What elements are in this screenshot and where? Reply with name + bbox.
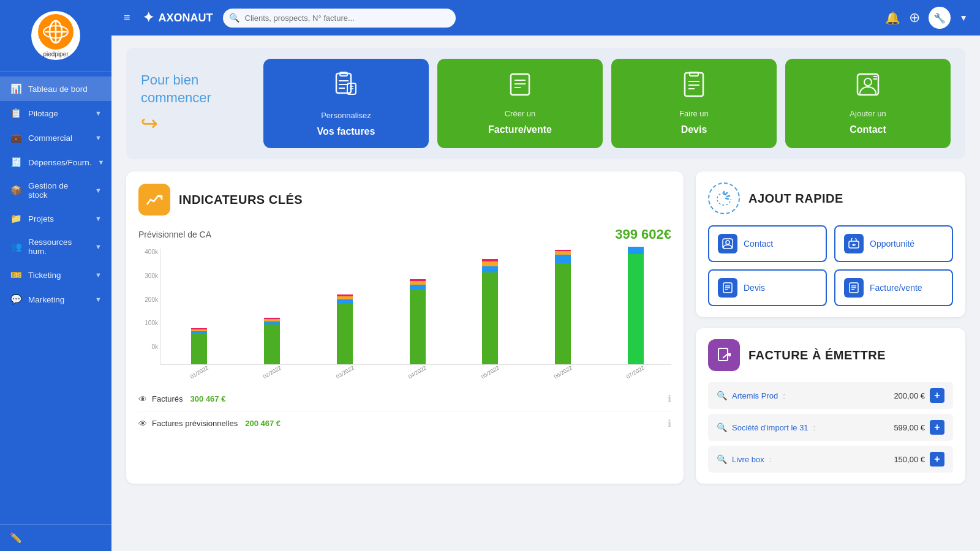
- sidebar-label-marketing: Marketing: [28, 295, 64, 304]
- quick-devis-icon: [718, 278, 737, 298]
- ca-value: 399 602€: [615, 227, 671, 242]
- notification-bell-icon[interactable]: 🔔: [885, 10, 900, 25]
- prev-label: Factures prévisionnelles: [152, 419, 238, 428]
- contact-title: Contact: [850, 124, 886, 135]
- facture-sep-artemis: :: [783, 391, 785, 400]
- sidebar-label-ressources: Ressources hum.: [28, 238, 89, 256]
- right-column: AJOUT RAPIDE Contact: [696, 171, 965, 484]
- quick-facture-label: Facture/vente: [870, 283, 922, 293]
- facture-amount-societe: 599,00 €: [894, 423, 925, 432]
- sidebar-arrow-gestion-stock: ▼: [95, 187, 102, 194]
- bar-stack-01: [191, 328, 207, 364]
- quick-btn-facture[interactable]: Facture/vente: [834, 269, 953, 306]
- bar-group-04: 04/2022: [384, 279, 451, 364]
- action-card-personnalisez[interactable]: Personnalisez Vos factures: [263, 59, 429, 148]
- sidebar-item-gestion-stock[interactable]: 📦Gestion de stock▼: [0, 174, 111, 206]
- sidebar-icon-commercial: 💼: [10, 132, 22, 143]
- facture-emettre-title: FACTURE À ÉMETTRE: [748, 348, 886, 362]
- sidebar-arrow-commercial: ▼: [95, 134, 102, 141]
- sidebar-icon-pilotage: 📋: [10, 108, 22, 119]
- ajout-rapide-panel: AJOUT RAPIDE Contact: [696, 171, 965, 317]
- welcome-section: Pour biencommencer ↩: [126, 48, 965, 159]
- settings-pencil-icon[interactable]: ✏️: [10, 532, 22, 544]
- user-avatar[interactable]: 🔧: [929, 7, 951, 29]
- bar-group-05: 05/2022: [457, 259, 524, 364]
- sidebar-item-ressources[interactable]: 👥Ressources hum.▼: [0, 231, 111, 263]
- action-card-devis[interactable]: Faire un Devis: [611, 59, 777, 148]
- action-cards: Personnalisez Vos factures Créer un Fact…: [263, 59, 951, 148]
- sidebar-label-projets: Projets: [28, 214, 54, 223]
- y-label-300k: 300k: [140, 272, 158, 279]
- hamburger-menu-icon[interactable]: ≡: [124, 12, 130, 24]
- bar-green-01: [191, 334, 207, 364]
- facture-name-livre: Livre box: [732, 455, 764, 464]
- info-icon-prev: ℹ: [668, 418, 671, 429]
- bar-label-03: 03/2022: [334, 365, 355, 380]
- indicateurs-panel: INDICATEURS CLÉS Prévisionnel de CA 399 …: [126, 171, 684, 484]
- sidebar-icon-gestion-stock: 📦: [10, 185, 22, 196]
- sidebar-icon-ressources: 👥: [10, 241, 22, 252]
- quick-contact-label: Contact: [744, 239, 773, 249]
- personnalisez-label: Personnalisez: [321, 111, 371, 120]
- topbar-brand-name: AXONAUT: [159, 12, 213, 24]
- sidebar-label-commercial: Commercial: [28, 133, 72, 143]
- sidebar-item-marketing[interactable]: 💬Marketing▼: [0, 287, 111, 312]
- chart-legend: 👁 Facturés 300 467 € ℹ 👁 Factures prévis…: [138, 387, 671, 435]
- facture-list: 🔍 Artemis Prod : 200,00 € + 🔍 Société d'…: [708, 382, 953, 473]
- sidebar-item-ticketing[interactable]: 🎫Ticketing▼: [0, 263, 111, 287]
- eye-icon-factures: 👁: [138, 394, 147, 404]
- quick-btn-contact[interactable]: Contact: [708, 225, 827, 262]
- facture-add-btn-societe[interactable]: +: [930, 420, 944, 435]
- bar-label-04: 04/2022: [407, 365, 428, 380]
- sidebar-icon-projets: 📁: [10, 213, 22, 224]
- bar-group-07: 07/2022: [602, 247, 669, 364]
- content-area: Pour biencommencer ↩: [111, 36, 980, 551]
- quick-btn-devis[interactable]: Devis: [708, 269, 827, 306]
- sidebar-item-pilotage[interactable]: 📋Pilotage▼: [0, 101, 111, 126]
- action-card-contact[interactable]: Ajouter un Contact: [785, 59, 951, 148]
- legend-factures: 👁 Facturés 300 467 € ℹ: [138, 387, 671, 411]
- y-label-100k: 100k: [140, 320, 158, 326]
- topbar-dropdown-arrow[interactable]: ▼: [959, 13, 968, 23]
- indicateurs-badge: [138, 184, 170, 216]
- add-button-icon[interactable]: ⊕: [909, 10, 920, 26]
- search-input[interactable]: [223, 9, 456, 28]
- facture-add-btn-artemis[interactable]: +: [930, 388, 944, 403]
- main-area: ≡ ✦ AXONAUT 🔍 🔔 ⊕ 🔧 ▼ Pour biencommencer…: [111, 0, 980, 551]
- sidebar-item-depenses[interactable]: 🧾Dépenses/Fourn.▼: [0, 150, 111, 174]
- search-icon-artemis: 🔍: [717, 391, 727, 400]
- quick-btn-opportunite[interactable]: Opportunité: [834, 225, 953, 262]
- action-card-facture[interactable]: Créer un Facture/vente: [437, 59, 603, 148]
- ca-label: Prévisionnel de CA: [138, 230, 211, 239]
- bar-group-06: 06/2022: [530, 250, 597, 364]
- search-icon-livre: 🔍: [717, 454, 727, 464]
- ajout-header: AJOUT RAPIDE: [708, 182, 953, 214]
- sidebar-item-tableau-de-bord[interactable]: 📊Tableau de bord: [0, 77, 111, 101]
- devis-icon: [681, 72, 707, 103]
- facture-header: FACTURE À ÉMETTRE: [708, 339, 953, 371]
- search-bar[interactable]: 🔍: [223, 9, 456, 28]
- sidebar-arrow-ticketing: ▼: [95, 271, 102, 279]
- facture-add-btn-livre[interactable]: +: [930, 452, 944, 467]
- sidebar-label-gestion-stock: Gestion de stock: [28, 181, 89, 200]
- facture-vente-icon: [507, 72, 533, 103]
- devis-label: Faire un: [679, 109, 709, 118]
- logo-inner: [38, 14, 74, 50]
- bar-group-03: 03/2022: [311, 294, 378, 364]
- quick-opp-icon: [844, 234, 864, 253]
- info-icon-factures: ℹ: [668, 393, 671, 405]
- facture-label: Créer un: [505, 109, 536, 118]
- quick-facture-icon: [844, 278, 864, 298]
- bar-group-01: 01/2022: [166, 328, 233, 364]
- welcome-arrow-icon: ↩: [141, 111, 158, 135]
- y-label-400k: 400k: [140, 249, 158, 255]
- personnalisez-icon: [331, 70, 361, 105]
- facture-title: Facture/vente: [488, 124, 552, 135]
- sidebar-icon-tableau-de-bord: 📊: [10, 83, 22, 94]
- eye-icon-prev: 👁: [138, 419, 147, 429]
- contact-label: Ajouter un: [850, 109, 886, 118]
- topbar-actions: 🔔 ⊕ 🔧 ▼: [885, 7, 968, 29]
- sidebar-item-projets[interactable]: 📁Projets▼: [0, 206, 111, 231]
- sidebar-item-commercial[interactable]: 💼Commercial▼: [0, 126, 111, 150]
- personnalisez-title: Vos factures: [317, 126, 375, 137]
